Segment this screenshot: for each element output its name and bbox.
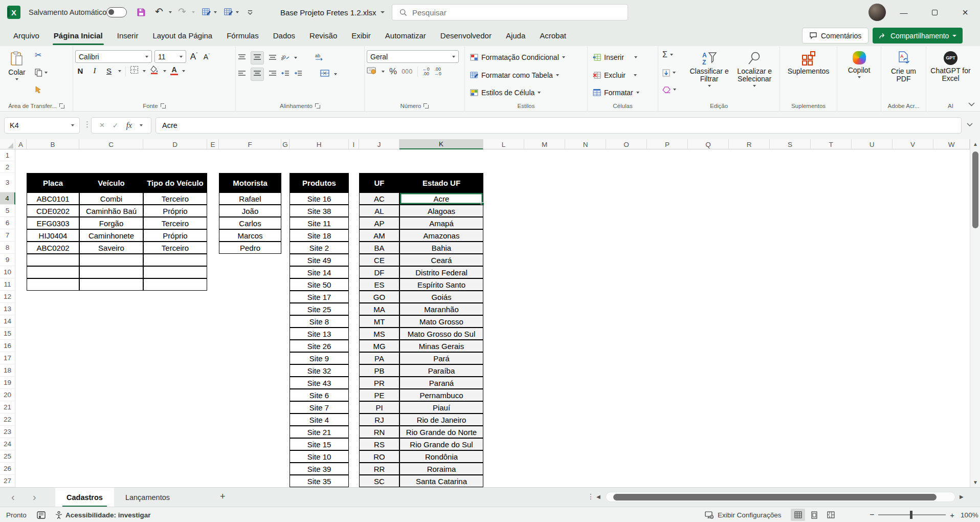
cell-K7[interactable]: Amazonas <box>399 229 483 242</box>
cell-H11[interactable]: Site 50 <box>289 278 349 291</box>
cell-K10[interactable]: Distrito Federal <box>399 266 483 278</box>
cell-J3[interactable]: UF <box>359 173 399 192</box>
cell-J16[interactable]: MG <box>359 340 399 352</box>
cell-H4[interactable]: Site 16 <box>289 192 349 205</box>
autosave-toggle[interactable] <box>106 7 127 17</box>
column-header-W[interactable]: W <box>933 139 970 149</box>
customize-toolbar-chevron-icon[interactable] <box>247 10 253 17</box>
orientation-button[interactable]: ab <box>281 53 289 62</box>
draw-table-2-dropdown-icon[interactable] <box>236 11 239 13</box>
document-title[interactable]: Base Projeto Fretes 1.2.xlsx <box>280 0 385 25</box>
cut-button[interactable]: ✂ <box>35 50 41 60</box>
row-header-13[interactable]: 13 <box>0 303 15 315</box>
name-box[interactable]: K4 <box>4 117 80 134</box>
decrease-indent-button[interactable] <box>281 70 289 79</box>
decrease-font-button[interactable]: Aˇ <box>202 53 212 61</box>
cell-K15[interactable]: Mato Grosso do Sul <box>399 328 483 340</box>
column-header-K[interactable]: K <box>399 139 483 149</box>
font-color-button[interactable]: A <box>170 67 178 75</box>
wrap-text-button[interactable]: ab <box>315 53 324 62</box>
cell-J13[interactable]: MA <box>359 303 399 315</box>
cell-K8[interactable]: Bahia <box>399 242 483 254</box>
italic-button[interactable]: I <box>90 67 100 75</box>
expand-formula-bar-icon[interactable] <box>967 120 973 129</box>
column-header-N[interactable]: N <box>565 139 606 149</box>
fx-dropdown-icon[interactable] <box>140 124 143 126</box>
row-header-20[interactable]: 20 <box>0 389 15 401</box>
cell-J8[interactable]: BA <box>359 242 399 254</box>
row-header-6[interactable]: 6 <box>0 217 15 229</box>
accounting-format-button[interactable] <box>367 67 377 77</box>
cell-F6[interactable]: Carlos <box>219 217 281 229</box>
column-header-D[interactable]: D <box>143 139 207 149</box>
format-cells-button[interactable]: Formatar <box>593 85 639 100</box>
chatgpt-button[interactable]: GPT ChatGPT for Excel <box>929 48 973 101</box>
cell-F4[interactable]: Rafael <box>219 192 281 205</box>
fill-color-button[interactable] <box>150 66 159 76</box>
column-header-T[interactable]: T <box>811 139 852 149</box>
cell-D5[interactable]: Próprio <box>143 205 207 217</box>
redo-button[interactable]: ↷ <box>178 6 186 17</box>
scroll-up-icon[interactable]: ▲ <box>970 141 980 147</box>
excel-app-icon[interactable]: X <box>7 6 20 19</box>
column-header-P[interactable]: P <box>647 139 688 149</box>
cell-H9[interactable]: Site 49 <box>289 254 349 266</box>
sheet-tab-lancamentos[interactable]: Lançamentos <box>114 488 181 507</box>
cell-H12[interactable]: Site 17 <box>289 291 349 303</box>
column-header-H[interactable]: H <box>289 139 349 149</box>
merge-center-button[interactable] <box>320 70 329 79</box>
cell-H17[interactable]: Site 9 <box>289 352 349 364</box>
font-size-select[interactable]: 11 <box>154 50 186 63</box>
row-header-16[interactable]: 16 <box>0 340 15 352</box>
fill-color-dropdown-icon[interactable] <box>163 70 166 72</box>
cell-H27[interactable]: Site 35 <box>289 475 349 487</box>
row-header-9[interactable]: 9 <box>0 254 15 266</box>
avatar[interactable] <box>868 4 886 21</box>
cell-H25[interactable]: Site 10 <box>289 450 349 463</box>
ribbon-tab-exibir[interactable]: Exibir <box>344 25 378 46</box>
sort-filter-button[interactable]: AZ Classificar e Filtrar <box>687 48 732 101</box>
bold-button[interactable]: N <box>75 67 85 75</box>
addins-button[interactable]: Suplementos <box>783 48 834 101</box>
cell-K23[interactable]: Rio Grande do Norte <box>399 426 483 438</box>
increase-indent-button[interactable] <box>294 70 302 79</box>
ribbon-tab-revisao[interactable]: Revisão <box>302 25 344 46</box>
column-header-M[interactable]: M <box>524 139 565 149</box>
cell-D4[interactable]: Terceiro <box>143 192 207 205</box>
percent-style-button[interactable]: % <box>389 67 397 77</box>
row-header-12[interactable]: 12 <box>0 291 15 303</box>
cell-J18[interactable]: PB <box>359 364 399 377</box>
font-color-dropdown-icon[interactable] <box>182 70 185 72</box>
row-header-24[interactable]: 24 <box>0 438 15 450</box>
cell-styles-button[interactable]: Estilos de Célula <box>470 85 541 100</box>
cell-J26[interactable]: RR <box>359 463 399 475</box>
ribbon-tab-pagina-inicial[interactable]: Página Inicial <box>47 25 110 46</box>
view-page-layout-button[interactable] <box>807 509 821 521</box>
zoom-slider-thumb[interactable] <box>910 511 912 519</box>
row-header-17[interactable]: 17 <box>0 352 15 364</box>
row-header-5[interactable]: 5 <box>0 205 15 217</box>
cell-H26[interactable]: Site 39 <box>289 463 349 475</box>
cell-C10[interactable] <box>79 266 143 278</box>
font-name-select[interactable]: Calibri <box>75 50 152 63</box>
cell-F8[interactable]: Pedro <box>219 242 281 254</box>
ribbon-tab-layout-da-pagina[interactable]: Layout da Página <box>145 25 219 46</box>
column-header-C[interactable]: C <box>79 139 143 149</box>
cell-H23[interactable]: Site 21 <box>289 426 349 438</box>
cancel-entry-icon[interactable]: × <box>100 120 105 130</box>
cell-J6[interactable]: AP <box>359 217 399 229</box>
cell-H24[interactable]: Site 15 <box>289 438 349 450</box>
cell-F7[interactable]: Marcos <box>219 229 281 242</box>
cell-J17[interactable]: PA <box>359 352 399 364</box>
cell-K20[interactable]: Pernambuco <box>399 389 483 401</box>
cell-C4[interactable]: Combi <box>79 192 143 205</box>
cell-K5[interactable]: Alagoas <box>399 205 483 217</box>
save-icon[interactable] <box>136 7 146 19</box>
hscroll-right-icon[interactable]: ▶ <box>960 494 964 499</box>
row-header-11[interactable]: 11 <box>0 278 15 291</box>
column-header-G[interactable]: G <box>281 139 289 149</box>
accessibility-status[interactable]: Acessibilidade: investigar <box>55 507 151 522</box>
create-pdf-button[interactable]: A Crie um PDF <box>883 48 924 101</box>
insert-cells-button[interactable]: Inserir <box>593 50 637 64</box>
ribbon-tab-dados[interactable]: Dados <box>266 25 302 46</box>
